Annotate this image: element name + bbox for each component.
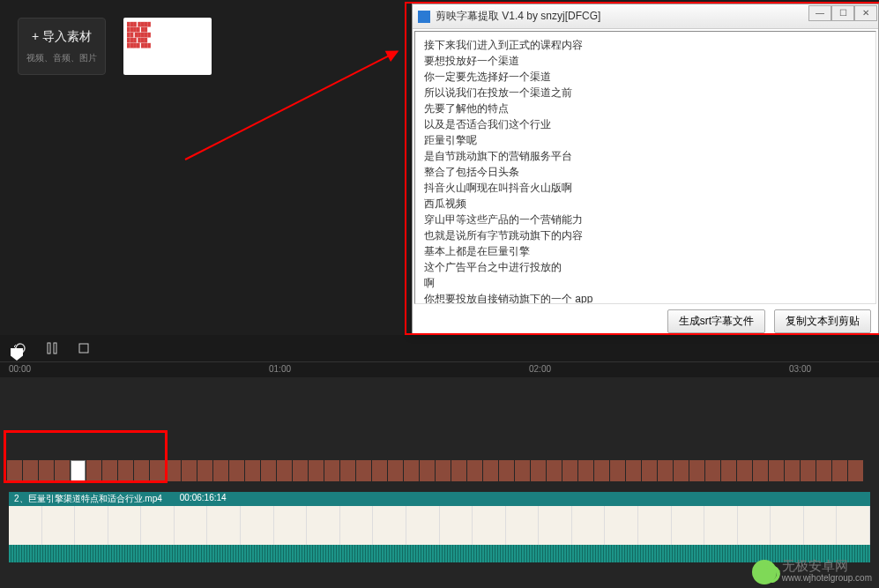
subtitle-segment[interactable] <box>277 460 292 481</box>
subtitle-text-area[interactable]: 接下来我们进入到正式的课程内容要想投放好一个渠道你一定要先选择好一个渠道所以说我… <box>414 31 876 304</box>
subtitle-segment[interactable] <box>197 460 212 481</box>
maximize-button[interactable]: ☐ <box>831 5 854 21</box>
subtitle-segment[interactable] <box>848 460 863 481</box>
subtitle-segment[interactable] <box>55 460 70 481</box>
subtitle-segment[interactable] <box>372 460 387 481</box>
subtitle-segment[interactable] <box>705 460 720 481</box>
subtitle-segment[interactable] <box>261 460 276 481</box>
video-frame-thumb <box>605 506 638 545</box>
subtitle-segment[interactable] <box>134 460 149 481</box>
subtitle-segment[interactable] <box>166 460 181 481</box>
subtitle-line: 西瓜视频 <box>424 196 867 212</box>
minimize-button[interactable]: — <box>808 5 831 21</box>
subtitle-line: 是自节跳动旗下的营销服务平台 <box>424 148 867 164</box>
subtitle-segment[interactable] <box>324 460 339 481</box>
video-frame-thumb <box>141 506 175 545</box>
svg-rect-1 <box>54 343 56 354</box>
subtitle-segment[interactable] <box>436 460 451 481</box>
timeline-ruler[interactable]: 00:00 01:00 02:00 03:00 <box>0 361 879 377</box>
copy-text-button[interactable]: 复制文本到剪贴 <box>774 309 871 333</box>
video-frame-thumb <box>837 506 870 545</box>
subtitle-segment[interactable] <box>816 460 831 481</box>
annotation-arrow <box>185 51 398 160</box>
media-thumbnail[interactable]: ▓▓▓ ▓▓▓▓▓▓▓▓ ▓▓▓▓ ▓▓▓▓▓▓▓▓ ▓▓▓▓▓▓▓ ▓▓▓ <box>123 18 212 75</box>
subtitle-segment[interactable] <box>642 460 657 481</box>
import-subtitle: 视频、音频、图片 <box>26 52 97 64</box>
subtitle-segment[interactable] <box>626 460 641 481</box>
subtitle-segment[interactable] <box>801 460 816 481</box>
subtitle-segment[interactable] <box>356 460 371 481</box>
watermark: 无极安卓网 www.wjhotelgroup.com <box>752 560 872 584</box>
subtitle-segment[interactable] <box>753 460 768 481</box>
video-frame-thumb <box>638 506 672 545</box>
subtitle-segment[interactable] <box>245 460 260 481</box>
subtitle-segment[interactable] <box>340 460 355 481</box>
subtitle-line: 所以说我们在投放一个渠道之前 <box>424 85 867 100</box>
subtitle-track[interactable] <box>7 460 872 481</box>
subtitle-segment[interactable] <box>674 460 689 481</box>
close-button[interactable]: ✕ <box>854 5 877 21</box>
subtitle-segment[interactable] <box>150 460 165 481</box>
audio-waveform[interactable] <box>9 545 870 562</box>
subtitle-segment[interactable] <box>71 460 86 481</box>
subtitle-segment[interactable] <box>578 460 593 481</box>
subtitle-segment[interactable] <box>769 460 784 481</box>
timeline[interactable]: 2、巨量引擎渠道特点和适合行业.mp4 00:06:16:14 <box>0 377 879 588</box>
subtitle-segment[interactable] <box>23 460 38 481</box>
subtitle-segment[interactable] <box>86 460 101 481</box>
subtitle-segment[interactable] <box>229 460 244 481</box>
subtitle-segment[interactable] <box>562 460 577 481</box>
watermark-url: www.wjhotelgroup.com <box>782 572 872 584</box>
generate-srt-button[interactable]: 生成srt字幕文件 <box>667 309 765 333</box>
subtitle-segment[interactable] <box>388 460 403 481</box>
subtitle-segment[interactable] <box>721 460 736 481</box>
video-frame-thumb <box>340 506 374 545</box>
watermark-name: 无极安卓网 <box>782 560 872 572</box>
subtitle-segment[interactable] <box>610 460 625 481</box>
subtitle-segment[interactable] <box>39 460 54 481</box>
video-frame-thumb <box>572 506 606 545</box>
subtitle-segment[interactable] <box>404 460 419 481</box>
subtitle-segment[interactable] <box>737 460 752 481</box>
subtitle-segment[interactable] <box>594 460 609 481</box>
subtitle-line: 距量引擎呢 <box>424 132 867 148</box>
subtitle-segment[interactable] <box>531 460 546 481</box>
subtitle-segment[interactable] <box>451 460 466 481</box>
video-frame-thumb <box>506 506 540 545</box>
subtitle-segment[interactable] <box>118 460 133 481</box>
subtitle-segment[interactable] <box>420 460 435 481</box>
watermark-logo-icon <box>752 560 777 584</box>
subtitle-segment[interactable] <box>515 460 530 481</box>
svg-rect-2 <box>79 344 88 353</box>
video-frame-thumb <box>75 506 108 545</box>
subtitle-segment[interactable] <box>7 460 22 481</box>
subtitle-segment[interactable] <box>832 460 847 481</box>
video-frame-thumb <box>406 506 440 545</box>
import-media-button[interactable]: + 导入素材 视频、音频、图片 <box>18 18 106 75</box>
subtitle-segment[interactable] <box>102 460 117 481</box>
media-panel: + 导入素材 视频、音频、图片 ▓▓▓ ▓▓▓▓▓▓▓▓ ▓▓▓▓ ▓▓▓▓▓▓… <box>0 0 879 335</box>
video-frame-thumb <box>307 506 340 545</box>
split-icon[interactable] <box>45 341 59 355</box>
crop-icon[interactable] <box>77 341 91 355</box>
subtitle-segment[interactable] <box>213 460 228 481</box>
video-frames-strip[interactable] <box>9 506 870 545</box>
subtitle-line: 接下来我们进入到正式的课程内容 <box>424 37 867 53</box>
subtitle-segment[interactable] <box>182 460 197 481</box>
subtitle-line: 你想要投放自接销动旗下的一个 app <box>424 291 867 304</box>
subtitle-line: 啊 <box>424 275 867 291</box>
subtitle-segment[interactable] <box>309 460 324 481</box>
subtitle-segment[interactable] <box>658 460 673 481</box>
subtitle-segment[interactable] <box>547 460 562 481</box>
subtitle-segment[interactable] <box>689 460 704 481</box>
video-frame-thumb <box>207 506 241 545</box>
video-track-header[interactable]: 2、巨量引擎渠道特点和适合行业.mp4 00:06:16:14 <box>9 492 870 506</box>
ruler-mark: 03:00 <box>789 364 811 374</box>
subtitle-segment[interactable] <box>499 460 514 481</box>
subtitle-segment[interactable] <box>293 460 308 481</box>
plus-icon: + 导入素材 <box>32 29 92 45</box>
video-frame-thumb <box>539 506 572 545</box>
subtitle-segment[interactable] <box>467 460 482 481</box>
subtitle-segment[interactable] <box>785 460 800 481</box>
subtitle-segment[interactable] <box>483 460 498 481</box>
